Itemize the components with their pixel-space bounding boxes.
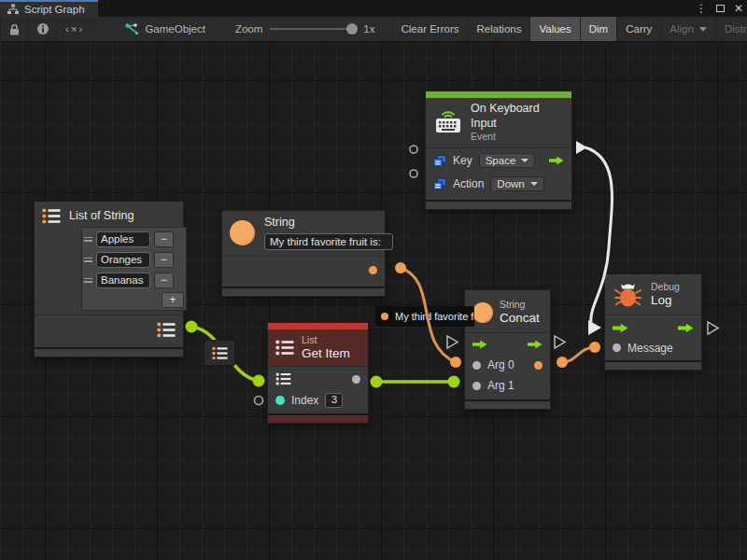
- port-label-message: Message: [627, 342, 673, 355]
- unconnected-port-ring: [255, 397, 263, 405]
- close-icon[interactable]: ✕: [734, 3, 743, 14]
- trigger-exit-port-connected: [576, 141, 587, 154]
- node-title: On Keyboard Input: [471, 102, 564, 131]
- item-output-port-icon[interactable]: [352, 375, 360, 384]
- align-label: Align: [669, 23, 694, 35]
- relations-label: Relations: [476, 23, 521, 35]
- graph-canvas[interactable]: On Keyboard Input Event Key Space: [0, 42, 747, 560]
- event-strip: [426, 91, 571, 98]
- list-item-input[interactable]: Bananas: [96, 273, 150, 288]
- node-string-literal[interactable]: String My third favorite fruit is:: [221, 210, 386, 297]
- key-dropdown[interactable]: Space: [479, 153, 536, 168]
- node-title: String: [264, 216, 393, 231]
- list-icon: [42, 208, 61, 224]
- trigger-input-arrow-icon[interactable]: [613, 323, 628, 333]
- remove-item-button[interactable]: −: [154, 231, 174, 247]
- tab-title: Script Graph: [24, 4, 85, 15]
- window-titlebar: Script Graph ⋮ ✕: [0, 0, 747, 17]
- drag-handle-icon[interactable]: [84, 278, 92, 283]
- keyboard-icon: [433, 109, 463, 134]
- node-category: List: [302, 334, 350, 346]
- more-icon[interactable]: ⋮: [696, 3, 707, 14]
- list-item-row: Apples −: [83, 229, 185, 249]
- trigger-output-arrow-icon[interactable]: [528, 340, 543, 349]
- drag-handle-icon[interactable]: [84, 258, 92, 262]
- port-label-arg0: Arg 0: [487, 358, 514, 371]
- arg1-port-icon[interactable]: [472, 382, 481, 390]
- list-item-input[interactable]: Oranges: [96, 252, 150, 268]
- carry-button[interactable]: Carry: [617, 17, 661, 41]
- align-dropdown[interactable]: Align: [661, 17, 716, 41]
- chevron-down-icon: [521, 159, 529, 162]
- list-value-icon: [212, 346, 228, 360]
- wire-value-text: My third favorite fr..: [395, 311, 474, 322]
- wire-arrowhead: [588, 320, 601, 335]
- drag-handle-icon[interactable]: [84, 237, 92, 242]
- graph-toolbar: ‹×› GameObject Zoom 1x Clear Errors Rela…: [0, 17, 747, 42]
- node-on-keyboard-input[interactable]: On Keyboard Input Event Key Space: [425, 91, 572, 210]
- result-output-port-icon[interactable]: [534, 361, 543, 370]
- port-label-action: Action: [453, 177, 484, 190]
- dim-toggle[interactable]: Dim: [581, 17, 617, 41]
- code-preview-button[interactable]: ‹×›: [57, 17, 93, 41]
- maximize-icon[interactable]: [716, 5, 725, 12]
- values-label: Values: [539, 23, 571, 35]
- string-value-input[interactable]: My third favorite fruit is:: [264, 233, 393, 250]
- bug-icon: [613, 281, 642, 308]
- tab-script-graph[interactable]: Script Graph: [0, 0, 98, 17]
- zoom-slider[interactable]: [270, 28, 356, 30]
- zoom-control: Zoom 1x: [226, 17, 385, 41]
- message-port-icon[interactable]: [613, 343, 621, 352]
- list-output-port-icon[interactable]: [157, 322, 176, 338]
- node-title: Get Item: [302, 346, 350, 362]
- node-footer: [35, 347, 183, 357]
- node-footer: [605, 360, 701, 370]
- string-output-port-icon[interactable]: [369, 266, 377, 274]
- index-input[interactable]: 3: [325, 393, 343, 408]
- trigger-input-arrow-icon[interactable]: [472, 340, 487, 349]
- remove-item-button[interactable]: −: [154, 273, 174, 288]
- trigger-output-arrow-icon[interactable]: [678, 323, 694, 333]
- trigger-output-arrow-icon[interactable]: [549, 156, 564, 165]
- unconnected-port-ring: [410, 170, 417, 177]
- action-dropdown[interactable]: Down: [490, 176, 543, 191]
- clear-errors-button[interactable]: Clear Errors: [392, 17, 469, 41]
- add-item-button[interactable]: +: [162, 292, 184, 308]
- distribute-dropdown[interactable]: Distribute: [716, 17, 747, 41]
- node-string-concat[interactable]: String Concat Arg 0 A: [464, 289, 551, 410]
- list-input-port-icon[interactable]: [275, 372, 291, 385]
- zoom-slider-knob[interactable]: [346, 23, 358, 35]
- enum-icon: [433, 178, 446, 190]
- values-toggle[interactable]: Values: [530, 17, 580, 41]
- string-value-dot-icon: [381, 313, 388, 320]
- arg0-port-icon[interactable]: [472, 361, 481, 370]
- node-list-get-item[interactable]: List Get Item Index 3: [267, 322, 369, 424]
- warning-strip: [268, 323, 368, 329]
- integer-port-icon[interactable]: [275, 396, 285, 405]
- node-debug-log[interactable]: Debug Log Message: [604, 273, 702, 371]
- unconnected-trigger-port: [708, 322, 718, 334]
- wire-result: [562, 347, 595, 362]
- carry-label: Carry: [626, 23, 652, 35]
- remove-item-button[interactable]: −: [154, 252, 174, 268]
- port-label-index: Index: [291, 394, 318, 407]
- lock-button[interactable]: [1, 17, 29, 41]
- list-item-row: Oranges −: [83, 249, 185, 270]
- zoom-value: 1x: [363, 23, 374, 35]
- node-category: Debug: [651, 281, 680, 293]
- port-label-arg1: Arg 1: [487, 379, 514, 392]
- unconnected-port-ring: [410, 146, 417, 153]
- distribute-label: Distribute: [725, 23, 747, 35]
- list-item-input[interactable]: Apples: [96, 231, 150, 247]
- zoom-label: Zoom: [235, 23, 262, 35]
- list-inline-editor: Apples − Oranges − Bananas − +: [81, 227, 187, 311]
- node-list-of-string[interactable]: List of String Apples − Oranges − Banana…: [34, 201, 184, 357]
- relations-button[interactable]: Relations: [468, 17, 530, 41]
- lock-icon: [9, 23, 20, 35]
- node-footer: [222, 287, 385, 296]
- node-title: Log: [651, 293, 680, 309]
- gameobject-icon: [125, 23, 139, 35]
- unconnected-trigger-port: [447, 336, 458, 348]
- info-button[interactable]: [29, 17, 57, 41]
- gameobject-reference[interactable]: GameObject: [116, 17, 215, 41]
